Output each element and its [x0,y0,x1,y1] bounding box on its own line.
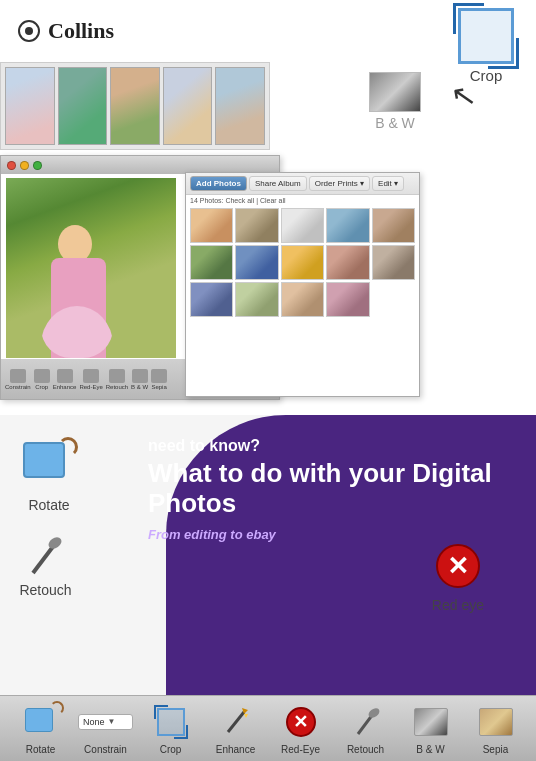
toolbar-enhance-icon [217,703,255,741]
retouch-label: Retouch [19,582,71,598]
constrain-icon [10,369,26,383]
album-thumb-5[interactable] [372,208,415,243]
album-thumb-4[interactable] [326,208,369,243]
album-thumb-14[interactable] [326,282,369,317]
album-thumb-12[interactable] [235,282,278,317]
toolbar-enhance-label: Enhance [216,744,255,755]
album-thumb-9[interactable] [326,245,369,280]
window-minimize-button[interactable] [20,161,29,170]
toolbar-bw[interactable]: B & W [405,703,457,755]
strip-thumb-3[interactable] [110,67,160,145]
toolbar-rotate-icon [22,703,60,741]
strip-thumb-2[interactable] [58,67,108,145]
tb-enhance-icon [57,369,73,383]
tb-bw-icon [132,369,148,383]
toolbar-sepia-label: Sepia [483,744,509,755]
rotate-container: Rotate [18,437,80,513]
toolbar-constrain-icon: None ▼ [87,703,125,741]
toolbar-constrain-label: Constrain [84,744,127,755]
album-thumb-7[interactable] [235,245,278,280]
bottom-section: Rotate Retouch ✕ Red eye need to know? W… [0,415,536,761]
toolbar-crop-icon [152,703,190,741]
redeye-circle: ✕ [436,544,480,588]
order-prints-button[interactable]: Order Prints ▾ [309,176,370,191]
retouch-brush-svg-bt [350,706,382,738]
album-thumb-3[interactable] [281,208,324,243]
album-grid [186,206,419,319]
bw-icon-container[interactable]: B & W [369,72,421,131]
toolbar-crop[interactable]: Crop [145,703,197,755]
album-thumb-2[interactable] [235,208,278,243]
retouch-icon [18,535,73,577]
girl-figure [36,203,126,358]
tb-enhance[interactable]: Enhance [53,369,77,390]
tb-redeye[interactable]: Red-Eye [79,369,102,390]
toolbar-sepia[interactable]: Sepia [470,703,522,755]
main-photo [6,178,176,358]
toolbar-enhance[interactable]: Enhance [210,703,262,755]
strip-thumb-1[interactable] [5,67,55,145]
toolbar-redeye-circle: ✕ [286,707,316,737]
photo-strip [0,62,270,150]
redeye-icon: ✕ [432,540,484,592]
svg-marker-4 [244,714,248,718]
promo-subtitle: From editing to ebay [148,527,526,542]
toolbar-redeye-icon: ✕ [282,703,320,741]
strip-thumb-4[interactable] [163,67,213,145]
dropdown-arrow-icon: ▼ [108,717,116,726]
collins-gear-icon [18,20,40,42]
share-album-button[interactable]: Share Album [249,176,307,191]
promo-text: need to know? What to do with your Digit… [148,437,526,542]
toolbar-rotate-rect [25,708,53,732]
album-thumb-11[interactable] [190,282,233,317]
tb-crop[interactable]: Crop [34,369,50,390]
toolbar-bw-label: B & W [416,744,444,755]
album-thumb-10[interactable] [372,245,415,280]
enhance-wand-svg [220,706,252,738]
toolbar-sepia-thumbnail [479,708,513,736]
album-thumb-1[interactable] [190,208,233,243]
toolbar-retouch-label: Retouch [347,744,384,755]
rotate-arrow-icon [58,437,78,457]
tb-constrain[interactable]: Constrain [5,369,31,390]
bw-thumbnail [369,72,421,112]
album-panel: Add Photos Share Album Order Prints ▾ Ed… [185,172,420,397]
tb-crop-icon [34,369,50,383]
rotate-label: Rotate [28,497,69,513]
tb-retouch-icon [109,369,125,383]
window-maximize-button[interactable] [33,161,42,170]
toolbar-retouch-icon [347,703,385,741]
edit-button[interactable]: Edit ▾ [372,176,404,191]
toolbar-rotate-arrow [50,701,64,715]
top-section: Collins Crop B & W ↖ [0,0,536,415]
toolbar-redeye[interactable]: ✕ Red-Eye [275,703,327,755]
toolbar-rotate-label: Rotate [26,744,55,755]
album-thumb-8[interactable] [281,245,324,280]
window-close-button[interactable] [7,161,16,170]
toolbar-constrain[interactable]: None ▼ Constrain [80,703,132,755]
crop-icon-container[interactable]: Crop [458,8,514,84]
tb-retouch[interactable]: Retouch [106,369,128,390]
tb-bw[interactable]: B & W [131,369,148,390]
constrain-dropdown[interactable]: None ▼ [78,714,133,730]
album-info: 14 Photos: Check all | Clear all [186,195,419,206]
album-thumb-13[interactable] [281,282,324,317]
redeye-label: Red eye [432,597,484,613]
toolbar-retouch[interactable]: Retouch [340,703,392,755]
bw-label: B & W [375,115,415,131]
toolbar-bw-icon [412,703,450,741]
album-thumb-6[interactable] [190,245,233,280]
tb-sepia-icon [151,369,167,383]
strip-thumb-5[interactable] [215,67,265,145]
crop-icon[interactable] [458,8,514,64]
tb-redeye-icon [83,369,99,383]
toolbar-rotate[interactable]: Rotate [15,703,67,755]
toolbar-redeye-label: Red-Eye [281,744,320,755]
toolbar-bw-thumbnail [414,708,448,736]
toolbar-crop-label: Crop [160,744,182,755]
crop-label: Crop [470,67,503,84]
album-toolbar: Add Photos Share Album Order Prints ▾ Ed… [186,173,419,195]
collins-logo: Collins [18,18,114,44]
add-photos-button[interactable]: Add Photos [190,176,247,191]
tb-sepia[interactable]: Sepia [151,369,167,390]
